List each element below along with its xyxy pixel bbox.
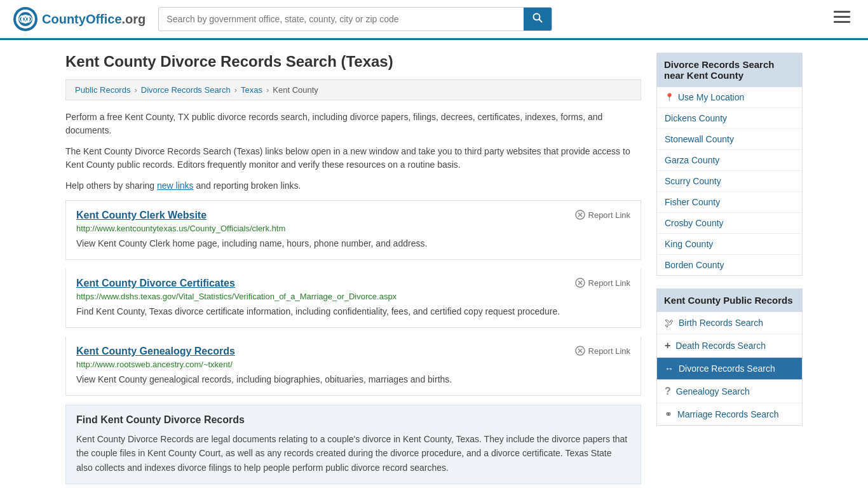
result-item-3: Kent County Genealogy Records Report Lin… <box>65 337 641 396</box>
result-desc-1: View Kent County Clerk home page, includ… <box>76 237 630 250</box>
desc3-pre: Help others by sharing <box>65 180 157 191</box>
result-header-2: Kent County Divorce Certificates Report … <box>76 278 630 289</box>
public-records-section: Kent County Public Records 🕊 Birth Recor… <box>656 288 803 426</box>
nearby-item-stonewall[interactable]: Stonewall County <box>657 129 802 150</box>
svg-rect-7 <box>834 11 850 13</box>
genealogy-search-link[interactable]: ? Genealogy Search <box>657 380 802 403</box>
borden-county-link[interactable]: Borden County <box>657 255 802 275</box>
king-county-link[interactable]: King County <box>657 234 802 254</box>
result-desc-3: View Kent County genealogical records, i… <box>76 373 630 386</box>
nearby-item-king[interactable]: King County <box>657 234 802 255</box>
search-button[interactable] <box>524 8 552 30</box>
records-item-divorce[interactable]: ↔ Divorce Records Search <box>657 358 802 380</box>
report-link-btn-2[interactable]: Report Link <box>575 278 630 288</box>
fisher-county-label: Fisher County <box>665 197 720 207</box>
header: CountyOffice.org <box>0 0 868 40</box>
stonewall-county-link[interactable]: Stonewall County <box>657 129 802 149</box>
report-link-btn-3[interactable]: Report Link <box>575 346 630 356</box>
new-links-link[interactable]: new links <box>157 180 194 191</box>
genealogy-icon: ? <box>665 386 671 397</box>
logo-suffix: .org <box>122 12 146 26</box>
records-item-marriage[interactable]: ⚭ Marriage Records Search <box>657 403 802 425</box>
breadcrumb: Public Records › Divorce Records Search … <box>65 79 641 100</box>
result-header-3: Kent County Genealogy Records Report Lin… <box>76 346 630 357</box>
nearby-item-fisher[interactable]: Fisher County <box>657 192 802 213</box>
nearby-title: Divorce Records Searchnear Kent County <box>656 53 803 87</box>
dickens-county-label: Dickens County <box>665 113 727 123</box>
result-url-2[interactable]: https://www.dshs.texas.gov/Vital_Statist… <box>76 292 630 301</box>
result-url-1[interactable]: http://www.kentcountytexas.us/County_Off… <box>76 224 630 233</box>
report-icon-1 <box>575 210 585 220</box>
scurry-county-link[interactable]: Scurry County <box>657 171 802 191</box>
result-url-3[interactable]: http://www.rootsweb.ancestry.com/~txkent… <box>76 360 630 369</box>
left-content: Kent County Divorce Records Search (Texa… <box>65 53 641 484</box>
breadcrumb-texas[interactable]: Texas <box>241 85 262 95</box>
birth-icon: 🕊 <box>665 318 674 328</box>
death-records-label: Death Records Search <box>675 341 766 351</box>
dickens-county-link[interactable]: Dickens County <box>657 108 802 128</box>
report-icon-3 <box>575 346 585 356</box>
search-area <box>158 7 552 31</box>
breadcrumb-divorce-records[interactable]: Divorce Records Search <box>141 85 231 95</box>
divorce-records-link[interactable]: ↔ Divorce Records Search <box>657 358 802 379</box>
svg-rect-9 <box>834 21 850 23</box>
main-wrapper: Kent County Divorce Records Search (Texa… <box>53 40 815 488</box>
marriage-records-link[interactable]: ⚭ Marriage Records Search <box>657 403 802 425</box>
logo-text: CountyOffice.org <box>42 12 146 27</box>
nearby-item-crosby[interactable]: Crosby County <box>657 213 802 234</box>
report-link-btn-1[interactable]: Report Link <box>575 210 630 220</box>
menu-button[interactable] <box>829 8 855 30</box>
marriage-icon: ⚭ <box>665 409 672 419</box>
nearby-item-location[interactable]: 📍 Use My Location <box>657 87 802 108</box>
result-desc-2: Find Kent County, Texas divorce certific… <box>76 305 630 318</box>
search-icon <box>532 13 543 23</box>
birth-records-label: Birth Records Search <box>679 318 763 328</box>
report-icon-2 <box>575 278 585 288</box>
records-item-birth[interactable]: 🕊 Birth Records Search <box>657 312 802 334</box>
page-title: Kent County Divorce Records Search (Texa… <box>65 53 641 71</box>
results-list: Kent County Clerk Website Report Link ht… <box>65 200 641 396</box>
nearby-list: 📍 Use My Location Dickens County Stonewa… <box>656 87 803 276</box>
records-list: 🕊 Birth Records Search + Death Records S… <box>656 312 803 426</box>
report-label-2: Report Link <box>588 278 630 288</box>
logo-county: CountyOffice <box>42 12 122 26</box>
birth-records-link[interactable]: 🕊 Birth Records Search <box>657 312 802 334</box>
nearby-item-scurry[interactable]: Scurry County <box>657 171 802 192</box>
nearby-item-dickens[interactable]: Dickens County <box>657 108 802 129</box>
result-title-3[interactable]: Kent County Genealogy Records <box>76 346 235 357</box>
find-section-title: Find Kent County Divorce Records <box>76 414 630 426</box>
records-item-death[interactable]: + Death Records Search <box>657 334 802 358</box>
public-records-title: Kent County Public Records <box>656 288 803 312</box>
svg-line-6 <box>539 20 543 23</box>
use-my-location-link[interactable]: 📍 Use My Location <box>657 87 802 107</box>
nearby-section: Divorce Records Searchnear Kent County 📍… <box>656 53 803 276</box>
king-county-label: King County <box>665 239 713 249</box>
records-item-genealogy[interactable]: ? Genealogy Search <box>657 380 802 403</box>
crosby-county-link[interactable]: Crosby County <box>657 213 802 233</box>
scurry-county-label: Scurry County <box>665 176 721 186</box>
fisher-county-link[interactable]: Fisher County <box>657 192 802 212</box>
garza-county-link[interactable]: Garza County <box>657 150 802 170</box>
use-my-location-label: Use My Location <box>678 92 744 102</box>
result-header-1: Kent County Clerk Website Report Link <box>76 210 630 221</box>
logo[interactable]: CountyOffice.org <box>13 6 146 32</box>
divorce-records-label: Divorce Records Search <box>679 363 775 374</box>
death-icon: + <box>665 340 670 351</box>
logo-icon <box>13 6 38 32</box>
find-section: Find Kent County Divorce Records Kent Co… <box>65 405 641 484</box>
nearby-item-borden[interactable]: Borden County <box>657 255 802 275</box>
marriage-records-label: Marriage Records Search <box>677 409 779 419</box>
report-label-1: Report Link <box>588 210 630 220</box>
result-title-2[interactable]: Kent County Divorce Certificates <box>76 278 235 289</box>
search-input[interactable] <box>159 9 524 29</box>
breadcrumb-sep-3: › <box>266 85 269 95</box>
nearby-item-garza[interactable]: Garza County <box>657 150 802 171</box>
breadcrumb-public-records[interactable]: Public Records <box>75 85 130 95</box>
find-section-text: Kent County Divorce Records are legal do… <box>76 432 630 475</box>
genealogy-search-label: Genealogy Search <box>676 386 750 396</box>
result-title-1[interactable]: Kent County Clerk Website <box>76 210 207 221</box>
garza-county-label: Garza County <box>665 155 719 165</box>
death-records-link[interactable]: + Death Records Search <box>657 334 802 357</box>
description-3: Help others by sharing new links and rep… <box>65 179 641 193</box>
borden-county-label: Borden County <box>665 260 724 270</box>
